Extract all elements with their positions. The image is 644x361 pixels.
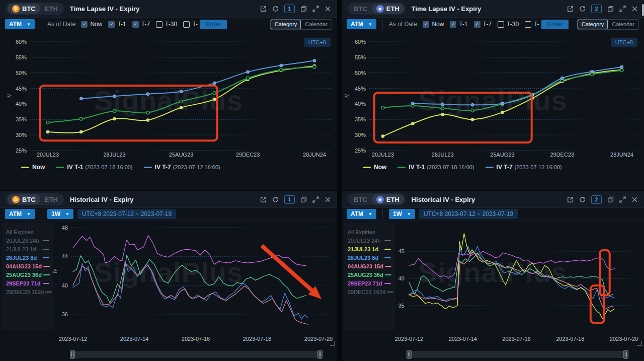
asset-btc[interactable]: BTC — [349, 4, 372, 14]
checkbox-unchecked-icon[interactable] — [525, 21, 531, 28]
strike-select[interactable]: ATM▼ — [347, 19, 376, 29]
expiry-item[interactable]: 04AUG23 15d — [6, 262, 49, 270]
asof-option-T7[interactable]: ✓T-7 — [132, 21, 150, 28]
refresh-icon[interactable] — [272, 196, 279, 203]
legend-item[interactable]: Now — [363, 164, 386, 171]
strike-select[interactable]: ATM▼ — [347, 209, 376, 219]
expiry-item[interactable]: 25AUG23 36d — [348, 270, 391, 279]
legend-item[interactable]: IV T-1(2023-07-18 16:00) — [56, 164, 132, 171]
asset-eth[interactable]: ETH — [40, 4, 62, 14]
checkbox-checked-icon[interactable]: ✓ — [81, 21, 88, 28]
asof-option-T[interactable]: T- — [525, 21, 539, 28]
expiry-item[interactable]: All Expiries — [6, 228, 49, 236]
scrollbar-right-handle[interactable] — [623, 350, 628, 359]
expiry-item[interactable]: 20JUL23 24h — [6, 236, 49, 245]
asof-option-T30[interactable]: T-30 — [156, 21, 177, 28]
duplicate-icon[interactable] — [300, 6, 307, 12]
legend-item[interactable]: Now — [21, 164, 45, 171]
asof-option-T1[interactable]: ✓T-1 — [450, 21, 467, 28]
expand-icon[interactable] — [312, 196, 319, 203]
asof-option-T30[interactable]: T-30 — [498, 21, 519, 28]
enter-button[interactable]: Enter — [200, 20, 227, 29]
share-icon[interactable] — [567, 6, 574, 12]
close-icon[interactable] — [631, 196, 638, 203]
strike-select[interactable]: ATM▼ — [5, 19, 35, 29]
asof-option-Now[interactable]: ✓Now — [423, 21, 444, 28]
window-number-badge[interactable]: 1 — [284, 195, 295, 204]
window-number-badge[interactable]: 2 — [591, 5, 602, 13]
asof-option-T[interactable]: T- — [183, 21, 198, 28]
page-scrollbar[interactable] — [642, 4, 644, 16]
checkbox-unchecked-icon[interactable] — [498, 21, 504, 28]
expiry-item[interactable]: 21JUL23 1d — [6, 245, 49, 253]
expiry-item[interactable]: All Expiries — [348, 228, 391, 236]
share-icon[interactable] — [260, 196, 267, 203]
expiry-item[interactable]: 28JUL23 8d — [348, 253, 391, 262]
window-number-badge[interactable]: 1 — [284, 5, 295, 13]
resize-corner-icon[interactable] — [637, 341, 642, 346]
expiry-item[interactable]: 29SEP23 71d — [348, 279, 391, 287]
legend-item[interactable]: IV T-7(2023-07-12 16:00) — [486, 164, 562, 171]
asset-btc[interactable]: ₿BTC — [8, 194, 40, 204]
time-lapse-chart-btc[interactable]: 60%55%50%45%40%35%30%25%20JUL2328JUL2325… — [0, 31, 337, 160]
checkbox-unchecked-icon[interactable] — [183, 21, 190, 28]
expand-icon[interactable] — [312, 6, 319, 12]
refresh-icon[interactable] — [579, 6, 586, 12]
asof-option-T1[interactable]: ✓T-1 — [108, 21, 126, 28]
asset-toggle[interactable]: ₿BTC ETH — [6, 3, 64, 15]
asof-option-T7[interactable]: ✓T-7 — [474, 21, 492, 28]
checkbox-checked-icon[interactable]: ✓ — [474, 21, 480, 28]
scrollbar-left-handle[interactable] — [407, 350, 412, 359]
checkbox-unchecked-icon[interactable] — [156, 21, 163, 28]
expiry-item[interactable]: 20JUL23 24h — [348, 236, 391, 245]
asset-toggle[interactable]: BTC ◆ETH — [348, 3, 406, 15]
checkbox-checked-icon[interactable]: ✓ — [423, 21, 429, 28]
asset-toggle[interactable]: ₿BTC ETH — [6, 193, 64, 205]
expand-icon[interactable] — [619, 6, 626, 12]
scrollbar-left-handle[interactable] — [70, 350, 75, 359]
asset-eth[interactable]: ◆ETH — [372, 194, 404, 204]
checkbox-checked-icon[interactable]: ✓ — [450, 21, 456, 28]
period-select[interactable]: 1W▼ — [389, 209, 415, 219]
expiry-item[interactable]: 29SEP23 71d — [6, 279, 49, 287]
close-icon[interactable] — [631, 6, 638, 12]
close-icon[interactable] — [325, 196, 331, 203]
time-lapse-chart-eth[interactable]: 60%55%50%45%40%35%30%25%20JUL2328JUL2325… — [342, 31, 644, 160]
resize-corner-icon[interactable] — [330, 341, 335, 346]
expiry-item[interactable]: 04AUG23 15d — [348, 262, 391, 270]
close-icon[interactable] — [325, 6, 331, 12]
enter-button[interactable]: Enter — [541, 20, 569, 29]
time-range-scrollbar[interactable] — [70, 351, 322, 358]
scrollbar-right-handle[interactable] — [317, 350, 323, 359]
share-icon[interactable] — [260, 6, 267, 12]
window-number-badge[interactable]: 2 — [591, 195, 602, 204]
asset-eth[interactable]: ETH — [40, 194, 62, 204]
tab-calendar[interactable]: Calendar — [301, 20, 332, 29]
expiry-item[interactable]: 25AUG23 36d — [6, 270, 49, 279]
duplicate-icon[interactable] — [300, 196, 307, 203]
expiry-item[interactable]: 28JUL23 8d — [6, 253, 49, 262]
expiry-item[interactable]: 21JUL23 1d — [348, 245, 391, 253]
asset-btc[interactable]: ₿BTC — [8, 4, 40, 14]
refresh-icon[interactable] — [579, 196, 586, 203]
period-select[interactable]: 1W▼ — [47, 209, 73, 219]
asset-btc[interactable]: BTC — [349, 194, 372, 204]
duplicate-icon[interactable] — [607, 6, 614, 12]
checkbox-checked-icon[interactable]: ✓ — [132, 21, 139, 28]
checkbox-checked-icon[interactable]: ✓ — [108, 21, 115, 28]
time-range-scrollbar[interactable] — [407, 351, 628, 358]
tab-calendar[interactable]: Calendar — [608, 20, 638, 29]
tab-category[interactable]: Category — [271, 20, 301, 29]
expiry-item[interactable]: 29DEC23 162d — [6, 287, 49, 296]
asset-toggle[interactable]: BTC ◆ETH — [348, 193, 406, 205]
expiry-item[interactable]: 29DEC23 162d — [348, 287, 391, 296]
asof-option-Now[interactable]: ✓Now — [81, 21, 102, 28]
asset-eth[interactable]: ◆ETH — [372, 4, 404, 14]
share-icon[interactable] — [567, 196, 574, 203]
legend-item[interactable]: IV T-7(2023-07-12 16:00) — [144, 164, 220, 171]
tab-category[interactable]: Category — [578, 20, 608, 29]
duplicate-icon[interactable] — [607, 196, 614, 203]
legend-item[interactable]: IV T-1(2023-07-18 16:00) — [397, 164, 474, 171]
refresh-icon[interactable] — [272, 6, 279, 12]
strike-select[interactable]: ATM▼ — [5, 209, 35, 219]
